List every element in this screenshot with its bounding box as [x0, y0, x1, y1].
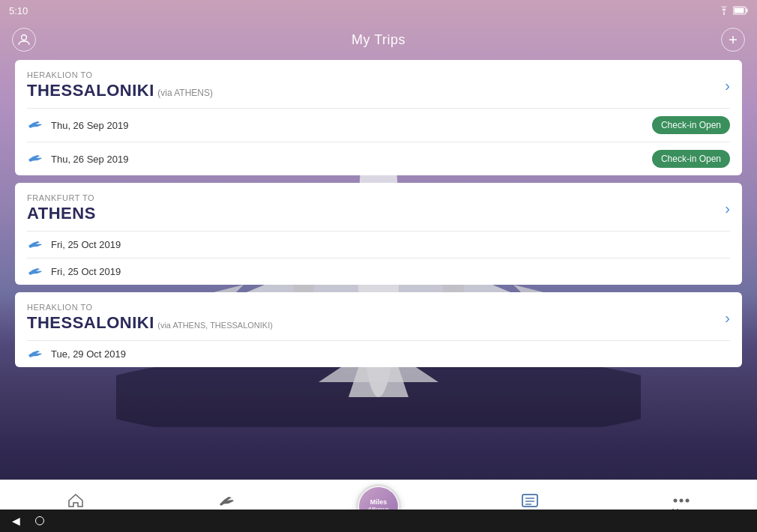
flight-icon-2a	[27, 240, 43, 250]
add-trip-button[interactable]	[721, 28, 745, 52]
flight-icon-1a	[27, 120, 43, 130]
trip-card-3: HERAKLION to THESSALONIKI (via ATHENS, T…	[15, 292, 742, 367]
svg-point-29	[680, 498, 684, 502]
flight-left-1a: Thu, 26 Sep 2019	[27, 120, 128, 131]
trip-chevron-1: ›	[725, 77, 730, 94]
battery-icon	[733, 6, 748, 15]
more-icon	[672, 497, 690, 504]
svg-rect-20	[735, 8, 744, 13]
svg-point-21	[22, 35, 27, 40]
system-nav-bar: ◀	[0, 510, 757, 532]
trip-to-line-2: ATHENS	[27, 204, 719, 223]
trip-flight-3a: Tue, 29 Oct 2019	[15, 341, 742, 367]
trip-via-1: (via ATHENS)	[157, 88, 213, 98]
trip-chevron-2: ›	[725, 200, 730, 217]
my-trips-icon	[521, 492, 539, 509]
plus-icon	[728, 34, 738, 45]
svg-rect-19	[747, 9, 748, 13]
trip-header-2[interactable]: FRANKFURT to ATHENS ›	[15, 183, 742, 231]
trip-route-3: HERAKLION to THESSALONIKI (via ATHENS, T…	[27, 303, 719, 333]
flight-date-2a: Fri, 25 Oct 2019	[51, 239, 121, 250]
flight-date-3a: Tue, 29 Oct 2019	[51, 348, 126, 360]
flight-icon-1b	[27, 154, 43, 164]
header-right[interactable]	[721, 28, 745, 52]
trip-from-1: HERAKLION to	[27, 70, 719, 79]
flight-left-2b: Fri, 25 Oct 2019	[27, 266, 121, 277]
page-title: My Trips	[352, 32, 405, 48]
flight-left-2a: Fri, 25 Oct 2019	[27, 239, 121, 250]
trip-flight-1a: Thu, 26 Sep 2019 Check-in Open	[15, 109, 742, 142]
book-flight-icon	[218, 492, 236, 509]
svg-point-17	[723, 13, 725, 15]
trip-from-3: HERAKLION to	[27, 303, 719, 312]
home-icon	[67, 492, 85, 510]
trip-to-3: THESSALONIKI	[27, 313, 154, 332]
trip-flight-2a: Fri, 25 Oct 2019	[15, 232, 742, 258]
trip-flight-1b: Thu, 26 Sep 2019 Check-in Open	[15, 142, 742, 175]
flight-date-1b: Thu, 26 Sep 2019	[51, 154, 128, 165]
trip-from-2: FRANKFURT to	[27, 193, 719, 202]
trip-to-line-3: THESSALONIKI (via ATHENS, THESSALONIKI)	[27, 313, 719, 333]
svg-point-28	[674, 498, 678, 502]
trip-to-2: ATHENS	[27, 204, 96, 223]
wifi-icon	[718, 6, 730, 15]
checkin-button-1b[interactable]: Check-in Open	[652, 150, 730, 168]
status-icons	[718, 6, 748, 15]
trip-to-line-1: THESSALONIKI (via ATHENS)	[27, 81, 719, 100]
trip-card-1: HERAKLION to THESSALONIKI (via ATHENS) ›…	[15, 60, 742, 175]
profile-icon-button[interactable]	[12, 28, 36, 52]
home-button[interactable]	[35, 516, 44, 525]
flight-date-1a: Thu, 26 Sep 2019	[51, 120, 128, 131]
back-button[interactable]: ◀	[12, 515, 20, 527]
flight-left-3a: Tue, 29 Oct 2019	[27, 348, 126, 360]
trip-to-1: THESSALONIKI	[27, 81, 154, 100]
trip-route-1: HERAKLION to THESSALONIKI (via ATHENS)	[27, 70, 719, 100]
header: My Trips	[0, 21, 757, 58]
status-time: 5:10	[9, 5, 28, 16]
flight-icon-2b	[27, 267, 43, 277]
status-bar: 5:10	[0, 0, 757, 21]
flight-icon-3a	[27, 349, 43, 360]
trip-header-3[interactable]: HERAKLION to THESSALONIKI (via ATHENS, T…	[15, 292, 742, 340]
trip-card-2: FRANKFURT to ATHENS › Fri, 25 Oct 2019	[15, 183, 742, 285]
flight-left-1b: Thu, 26 Sep 2019	[27, 154, 128, 165]
svg-point-30	[686, 498, 690, 502]
trips-list: HERAKLION to THESSALONIKI (via ATHENS) ›…	[0, 60, 757, 480]
trip-flight-2b: Fri, 25 Oct 2019	[15, 259, 742, 285]
trip-header-1[interactable]: HERAKLION to THESSALONIKI (via ATHENS) ›	[15, 60, 742, 108]
flight-date-2b: Fri, 25 Oct 2019	[51, 266, 121, 277]
checkin-button-1a[interactable]: Check-in Open	[652, 116, 730, 134]
trip-route-2: FRANKFURT to ATHENS	[27, 193, 719, 223]
header-left[interactable]	[12, 28, 36, 52]
trip-via-3: (via ATHENS, THESSALONIKI)	[157, 321, 273, 330]
trip-chevron-3: ›	[725, 309, 730, 327]
user-icon	[18, 34, 30, 46]
